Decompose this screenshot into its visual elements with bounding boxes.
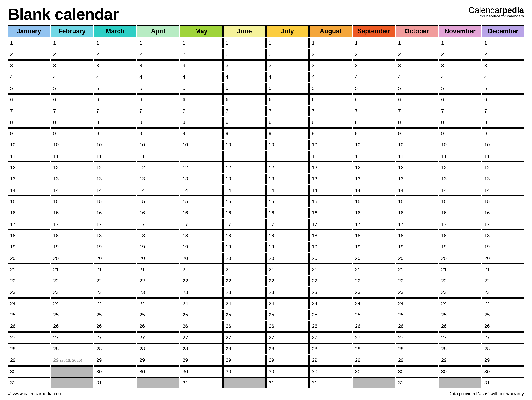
day-cell: 20: [396, 253, 438, 264]
day-row: 262626262626262626262626: [8, 321, 524, 332]
day-cell: 8: [482, 117, 524, 128]
day-cell: 7: [266, 105, 309, 116]
day-cell: 10: [137, 140, 179, 150]
day-cell: 18: [439, 230, 481, 241]
day-cell: 10: [396, 140, 438, 150]
calendar-table: JanuaryFebruaryMarchAprilMayJuneJulyAugu…: [7, 25, 525, 389]
day-cell: 3: [137, 60, 179, 71]
day-cell: 18: [8, 230, 50, 241]
day-cell: 16: [266, 208, 309, 218]
day-cell: 3: [223, 60, 266, 71]
month-header-august: August: [309, 25, 352, 37]
day-cell: 29: [309, 355, 352, 366]
day-cell: 2: [482, 49, 524, 60]
day-cell: 28: [137, 344, 179, 354]
day-cell: 14: [353, 185, 395, 196]
month-header-december: December: [482, 25, 524, 37]
day-row: 282828282828282828282828: [8, 344, 524, 354]
day-cell: 24: [309, 298, 352, 309]
day-cell: 20: [439, 253, 481, 264]
day-cell: 1: [51, 37, 93, 48]
day-cell: 20: [223, 253, 266, 264]
day-cell: 5: [94, 83, 136, 93]
day-cell: 9: [223, 128, 266, 139]
day-cell: 4: [223, 72, 266, 82]
day-row: 31 31 31 3131 31 31: [8, 377, 524, 388]
day-cell: 5: [8, 83, 50, 93]
day-cell: 25: [8, 310, 50, 320]
day-cell: 4: [51, 72, 93, 82]
day-row: 151515151515151515151515: [8, 196, 524, 207]
day-cell: 2: [266, 49, 309, 60]
day-cell: 11: [180, 151, 222, 162]
day-cell: 24: [396, 298, 438, 309]
brand-block: Calendarpedia Your source for calendars: [469, 5, 524, 18]
day-cell: 30: [353, 366, 395, 377]
day-cell: [51, 366, 93, 377]
day-cell: 19: [266, 242, 309, 252]
day-row: 171717171717171717171717: [8, 219, 524, 230]
day-cell: 25: [223, 310, 266, 320]
day-cell: 29: [180, 355, 222, 366]
day-cell: 5: [223, 83, 266, 93]
day-cell: 15: [396, 196, 438, 207]
day-cell: 30: [223, 366, 266, 377]
day-cell: 1: [180, 37, 222, 48]
month-header-march: March: [94, 25, 136, 37]
day-cell: 13: [137, 173, 179, 184]
day-cell: 28: [8, 344, 50, 354]
day-cell: 13: [8, 173, 50, 184]
day-cell: 21: [266, 264, 309, 275]
day-cell: 26: [439, 321, 481, 332]
day-cell: 20: [94, 253, 136, 264]
day-cell: 11: [482, 151, 524, 162]
day-cell: 12: [137, 162, 179, 173]
day-cell: 29: [266, 355, 309, 366]
day-cell: 24: [8, 298, 50, 309]
day-cell: 12: [396, 162, 438, 173]
day-cell: 18: [223, 230, 266, 241]
day-cell: 6: [8, 94, 50, 105]
day-cell: 14: [223, 185, 266, 196]
day-cell: 28: [353, 344, 395, 354]
day-cell: 27: [266, 332, 309, 343]
day-cell: 6: [353, 94, 395, 105]
day-cell: 14: [396, 185, 438, 196]
day-row: 101010101010101010101010: [8, 140, 524, 150]
day-cell: 4: [353, 72, 395, 82]
day-cell: 13: [266, 173, 309, 184]
day-cell: 24: [266, 298, 309, 309]
day-cell: 3: [266, 60, 309, 71]
day-cell: 3: [439, 60, 481, 71]
day-cell: 11: [309, 151, 352, 162]
day-cell: 15: [51, 196, 93, 207]
day-cell: 11: [223, 151, 266, 162]
day-cell: 29: [439, 355, 481, 366]
day-cell: 6: [137, 94, 179, 105]
day-cell: 20: [309, 253, 352, 264]
day-row: 121212121212121212121212: [8, 162, 524, 173]
day-cell: 11: [94, 151, 136, 162]
day-cell: 24: [482, 298, 524, 309]
day-row: 252525252525252525252525: [8, 310, 524, 320]
day-cell: 9: [482, 128, 524, 139]
day-cell: 31: [396, 377, 438, 388]
day-cell: 19: [51, 242, 93, 252]
day-cell: 22: [180, 276, 222, 286]
day-cell: 28: [180, 344, 222, 354]
day-cell: 19: [353, 242, 395, 252]
day-cell: 1: [223, 37, 266, 48]
day-cell: 25: [439, 310, 481, 320]
day-cell: 22: [51, 276, 93, 286]
day-cell: 9: [180, 128, 222, 139]
day-cell: 25: [51, 310, 93, 320]
day-row: 111111111111111111111111: [8, 151, 524, 162]
day-cell: 9: [137, 128, 179, 139]
day-cell: 4: [396, 72, 438, 82]
day-cell: 22: [94, 276, 136, 286]
day-cell: 5: [482, 83, 524, 93]
day-cell: 14: [137, 185, 179, 196]
day-cell: 17: [137, 219, 179, 230]
day-cell: 28: [266, 344, 309, 354]
day-cell: 26: [223, 321, 266, 332]
